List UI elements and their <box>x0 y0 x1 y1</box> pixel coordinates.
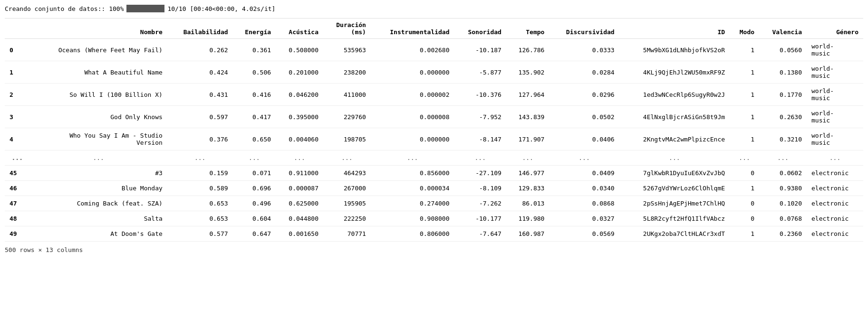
cell-duracion: 535963 <box>323 39 371 61</box>
cell-instrumentalidad: 0.000034 <box>371 181 454 196</box>
cell-energia: 0.416 <box>233 84 276 106</box>
col-header-energia: Energía <box>233 19 276 39</box>
cell-discursividad: 0.0340 <box>549 181 619 196</box>
cell-instrumentalidad: ... <box>371 150 454 166</box>
cell-index: ... <box>5 150 30 166</box>
col-header-index <box>5 19 30 39</box>
cell-genero: electronic <box>807 226 863 242</box>
cell-index: 2 <box>5 84 30 106</box>
cell-tempo: 127.964 <box>506 84 549 106</box>
col-header-modo: Modo <box>730 19 759 39</box>
cell-instrumentalidad: 0.000000 <box>371 128 454 150</box>
cell-duracion: 267000 <box>323 181 371 196</box>
table-row: 45#30.1590.0710.9110004642930.856000-27.… <box>5 166 863 181</box>
col-header-bailabilidad: Bailabilidad <box>167 19 233 39</box>
cell-duracion: 411000 <box>323 84 371 106</box>
cell-nombre: Coming Back (feat. SZA) <box>30 196 167 211</box>
cell-acustica: 0.004060 <box>276 128 323 150</box>
cell-modo: 0 <box>730 196 759 211</box>
cell-tempo: 135.902 <box>506 61 549 84</box>
col-header-discursividad: Discursividad <box>549 19 619 39</box>
cell-tempo: 171.907 <box>506 128 549 150</box>
cell-duracion: ... <box>323 150 371 166</box>
cell-modo: 0 <box>730 211 759 226</box>
cell-tempo: ... <box>506 150 549 166</box>
cell-modo: ... <box>730 150 759 166</box>
table-row: 3God Only Knows0.5970.4170.3950002297600… <box>5 106 863 128</box>
cell-energia: 0.361 <box>233 39 276 61</box>
cell-modo: 1 <box>730 181 759 196</box>
cell-bailabilidad: 0.424 <box>167 61 233 84</box>
cell-nombre: God Only Knows <box>30 106 167 128</box>
cell-acustica: 0.508000 <box>276 39 323 61</box>
cell-tempo: 129.833 <box>506 181 549 196</box>
cell-duracion: 222250 <box>323 211 371 226</box>
cell-energia: 0.647 <box>233 226 276 242</box>
cell-instrumentalidad: 0.908000 <box>371 211 454 226</box>
col-header-tempo: Tempo <box>506 19 549 39</box>
cell-modo: 0 <box>730 166 759 181</box>
cell-id: 5Mw9bXG1dLNhbjofkVS2oR <box>619 39 730 61</box>
progress-bar-fill <box>126 5 164 12</box>
cell-nombre: Who You Say I Am - StudioVersion <box>30 128 167 150</box>
cell-instrumentalidad: 0.274000 <box>371 196 454 211</box>
col-header-instrumentalidad: Instrumentalidad <box>371 19 454 39</box>
cell-sonoridad: -7.952 <box>454 106 506 128</box>
cell-tempo: 143.839 <box>506 106 549 128</box>
table-row: 0Oceans (Where Feet May Fail)0.2620.3610… <box>5 39 863 61</box>
table-row: 1What A Beautiful Name0.4240.5060.201000… <box>5 61 863 84</box>
cell-energia: 0.417 <box>233 106 276 128</box>
table-row: 49At Doom's Gate0.5770.6470.001650707710… <box>5 226 863 242</box>
cell-modo: 1 <box>730 106 759 128</box>
cell-acustica: 0.046200 <box>276 84 323 106</box>
progress-label: Creando conjunto de datos:: 100% <box>5 5 124 12</box>
cell-acustica: 0.044800 <box>276 211 323 226</box>
cell-bailabilidad: 0.589 <box>167 181 233 196</box>
cell-acustica: 0.911000 <box>276 166 323 181</box>
progress-bar <box>126 5 164 12</box>
cell-discursividad: ... <box>549 150 619 166</box>
cell-nombre: Oceans (Where Feet May Fail) <box>30 39 167 61</box>
cell-discursividad: 0.0868 <box>549 196 619 211</box>
cell-valencia: 0.0560 <box>759 39 807 61</box>
cell-energia: ... <box>233 150 276 166</box>
cell-genero: electronic <box>807 211 863 226</box>
cell-nombre: Blue Monday <box>30 181 167 196</box>
cell-energia: 0.496 <box>233 196 276 211</box>
cell-id: ... <box>619 150 730 166</box>
cell-instrumentalidad: 0.000008 <box>371 106 454 128</box>
cell-valencia: 0.1020 <box>759 196 807 211</box>
cell-bailabilidad: 0.159 <box>167 166 233 181</box>
cell-energia: 0.506 <box>233 61 276 84</box>
cell-sonoridad: -10.177 <box>454 211 506 226</box>
cell-genero: world-music <box>807 39 863 61</box>
cell-bailabilidad: 0.262 <box>167 39 233 61</box>
cell-genero: world-music <box>807 84 863 106</box>
cell-modo: 1 <box>730 84 759 106</box>
cell-sonoridad: -8.147 <box>454 128 506 150</box>
cell-bailabilidad: 0.431 <box>167 84 233 106</box>
cell-sonoridad: -10.376 <box>454 84 506 106</box>
cell-nombre: ... <box>30 150 167 166</box>
cell-modo: 1 <box>730 61 759 84</box>
cell-instrumentalidad: 0.002680 <box>371 39 454 61</box>
cell-index: 4 <box>5 128 30 150</box>
cell-nombre: Salta <box>30 211 167 226</box>
col-header-acustica: Acústica <box>276 19 323 39</box>
cell-instrumentalidad: 0.000002 <box>371 84 454 106</box>
col-header-sonoridad: Sonoridad <box>454 19 506 39</box>
cell-genero: electronic <box>807 166 863 181</box>
cell-genero: world-music <box>807 128 863 150</box>
cell-energia: 0.604 <box>233 211 276 226</box>
cell-acustica: 0.001650 <box>276 226 323 242</box>
cell-valencia: 0.1380 <box>759 61 807 84</box>
cell-duracion: 464293 <box>323 166 371 181</box>
cell-energia: 0.071 <box>233 166 276 181</box>
progress-counts: 10/10 [00:40<00:00, 4.02s/it] <box>167 5 275 12</box>
cell-acustica: 0.395000 <box>276 106 323 128</box>
col-header-duracion: Duración(ms) <box>323 19 371 39</box>
cell-valencia: 0.2360 <box>759 226 807 242</box>
cell-tempo: 126.786 <box>506 39 549 61</box>
cell-sonoridad: -7.262 <box>454 196 506 211</box>
cell-id: 5267gVdYWrLoz6ClOhlqmE <box>619 181 730 196</box>
